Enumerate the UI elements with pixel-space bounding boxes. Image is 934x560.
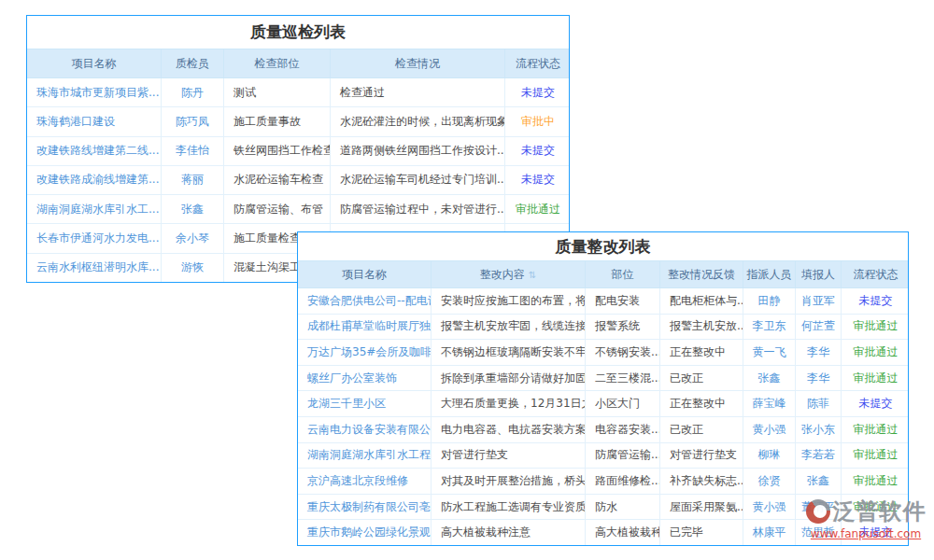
cell-feedback: 已完毕	[660, 520, 743, 545]
col-header-content[interactable]: 整改内容⇅	[432, 261, 586, 287]
cell-project[interactable]: 云南电力设备安装有限公司20...	[298, 417, 432, 442]
cell-part: 防水	[586, 495, 660, 520]
cell-reporter[interactable]: 张鑫	[796, 469, 842, 494]
col-header-location: 检查部位	[224, 49, 331, 77]
cell-project[interactable]: 重庆太极制药有限公司亳州中...	[298, 495, 432, 520]
cell-feedback: 报警主机安放...	[660, 315, 743, 340]
cell-project[interactable]: 长春市伊通河水力发电...	[27, 224, 162, 252]
cell-content: 对其及时开展整治措施，桥头...	[432, 469, 586, 494]
cell-reporter[interactable]: 何芷萱	[796, 315, 842, 340]
cell-inspector[interactable]: 游恢	[162, 254, 224, 282]
cell-project[interactable]: 湖南洞庭湖水库引水工...	[27, 195, 162, 223]
cell-project[interactable]: 改建铁路线增建第二线...	[27, 137, 162, 165]
table-row: 改建铁路成渝线增建第...蒋丽水泥砼运输车检查水泥砼运输车司机经过专门培训...…	[27, 166, 569, 195]
cell-project[interactable]: 万达广场35#会所及咖啡厅空...	[298, 340, 432, 365]
cell-assignee[interactable]: 李卫东	[743, 315, 796, 340]
cell-part: 电容器安装...	[586, 417, 660, 442]
cell-feedback: 屋面采用聚氨...	[660, 495, 743, 520]
cell-part: 报警系统	[586, 315, 660, 340]
cell-reporter[interactable]: 陈菲	[796, 391, 842, 416]
cell-assignee[interactable]: 黄一飞	[743, 340, 796, 365]
cell-inspector[interactable]: 李佳怡	[162, 137, 224, 165]
fanpu-logo-icon	[806, 499, 830, 524]
cell-project[interactable]: 龙湖三千里小区	[298, 391, 432, 416]
cell-location: 水泥砼运输车检查	[224, 166, 331, 194]
cell-content: 报警主机安放牢固，线缆连接...	[432, 315, 586, 340]
cell-reporter[interactable]: 李华	[796, 366, 842, 391]
cell-assignee[interactable]: 林康平	[743, 520, 796, 545]
cell-part: 防腐管运输...	[586, 443, 660, 469]
cell-assignee[interactable]: 田静	[743, 288, 796, 314]
cell-situation: 防腐管运输过程中，未对管进行...	[331, 195, 505, 223]
cell-status: 审批通过	[842, 366, 910, 391]
cell-assignee[interactable]: 黄小强	[743, 417, 796, 442]
table-row: 湖南洞庭湖水库引水工...张鑫防腐管运输、布管防腐管运输过程中，未对管进行...…	[27, 195, 569, 224]
col-header-feedback: 整改情况反馈	[660, 261, 743, 287]
cell-status: 未提交	[505, 78, 571, 106]
cell-reporter[interactable]: 肖亚军	[796, 288, 842, 314]
cell-reporter[interactable]: 李若若	[796, 443, 842, 469]
table-row: 改建铁路线增建第二线...李佳怡铁丝网围挡工作检查道路两侧铁丝网围挡工作按设计.…	[27, 137, 569, 166]
col-header-project: 项目名称	[298, 261, 432, 287]
table-row: 万达广场35#会所及咖啡厅空...不锈钢边框玻璃隔断安装不牢...不锈钢安装..…	[298, 340, 908, 366]
cell-project[interactable]: 京沪高速北京段维修	[298, 469, 432, 494]
cell-content: 电力电容器、电抗器安装方案,...	[432, 417, 586, 442]
cell-reporter[interactable]: 李华	[796, 340, 842, 365]
cell-part: 不锈钢安装...	[586, 340, 660, 365]
cell-project[interactable]: 云南水利枢纽潜明水库...	[27, 254, 162, 282]
cell-project[interactable]: 珠海鹤港口建设	[27, 107, 162, 135]
col-header-part: 部位	[586, 261, 660, 287]
cell-part: 二至三楼混...	[586, 366, 660, 391]
cell-assignee[interactable]: 薛宝峰	[743, 391, 796, 416]
inspection-table-title: 质量巡检列表	[27, 16, 569, 49]
table-row: 螺丝厂办公室装饰拆除到承重墙部分请做好加固...二至三楼混...已改正张鑫李华审…	[298, 366, 908, 392]
watermark-logo: 泛普软件 www.fanpusoft.com	[800, 497, 932, 540]
cell-inspector[interactable]: 陈巧凤	[162, 107, 224, 135]
cell-assignee[interactable]: 柳琳	[743, 443, 796, 469]
cell-situation: 水泥砼灌注的时候，出现离析现象	[331, 107, 505, 135]
cell-content: 对管进行垫支	[432, 443, 586, 469]
cell-assignee[interactable]: 张鑫	[743, 366, 796, 391]
cell-location: 铁丝网围挡工作检查	[224, 137, 331, 165]
cell-inspector[interactable]: 余小琴	[162, 224, 224, 252]
cell-situation: 水泥砼运输车司机经过专门培训...	[331, 166, 505, 194]
cell-status: 未提交	[842, 288, 910, 314]
col-header-status: 流程状态	[842, 261, 910, 287]
cell-part: 小区大门	[586, 391, 660, 416]
cell-situation: 检查通过	[331, 78, 505, 106]
cell-assignee[interactable]: 黄小强	[743, 495, 796, 520]
rectification-header-row: 项目名称整改内容⇅部位整改情况反馈指派人员填报人流程状态	[298, 261, 908, 288]
table-row: 成都杜甫草堂临时展厅独立展...报警主机安放牢固，线缆连接...报警系统报警主机…	[298, 315, 908, 341]
cell-content: 安装时应按施工图的布置，将...	[432, 288, 586, 314]
inspection-header-row: 项目名称质检员检查部位检查情况流程状态	[27, 49, 569, 78]
cell-feedback: 对管进行垫支	[660, 443, 743, 469]
cell-inspector[interactable]: 蒋丽	[162, 166, 224, 194]
cell-project[interactable]: 螺丝厂办公室装饰	[298, 366, 432, 391]
cell-content: 不锈钢边框玻璃隔断安装不牢...	[432, 340, 586, 365]
cell-inspector[interactable]: 张鑫	[162, 195, 224, 223]
cell-part: 配电安装	[586, 288, 660, 314]
cell-project[interactable]: 成都杜甫草堂临时展厅独立展...	[298, 315, 432, 340]
cell-project[interactable]: 改建铁路成渝线增建第...	[27, 166, 162, 194]
cell-reporter[interactable]: 张小东	[796, 417, 842, 442]
cell-project[interactable]: 安徽合肥供电公司--配电设备...	[298, 288, 432, 314]
col-header-reporter: 填报人	[796, 261, 842, 287]
cell-content: 拆除到承重墙部分请做好加固...	[432, 366, 586, 391]
cell-location: 施工质量事故	[224, 107, 331, 135]
table-row: 珠海鹤港口建设陈巧凤施工质量事故水泥砼灌注的时候，出现离析现象审批中	[27, 107, 569, 136]
cell-assignee[interactable]: 徐贤	[743, 469, 796, 494]
cell-project[interactable]: 珠海市城市更新项目紫...	[27, 78, 162, 106]
col-header-inspector: 质检员	[162, 49, 224, 77]
cell-part: 路面维修检...	[586, 469, 660, 494]
col-header-project: 项目名称	[27, 49, 162, 77]
cell-inspector[interactable]: 陈丹	[162, 78, 224, 106]
cell-content: 高大植被栽种注意	[432, 520, 586, 545]
cell-project[interactable]: 湖南洞庭湖水库引水工程施工I标	[298, 443, 432, 469]
cell-project[interactable]: 重庆市鹅岭公园绿化景观提升...	[298, 520, 432, 545]
watermark-url[interactable]: www.fanpusoft.com	[800, 527, 932, 540]
cell-status: 未提交	[505, 166, 571, 194]
table-row: 安徽合肥供电公司--配电设备...安装时应按施工图的布置，将...配电安装配电柜…	[298, 288, 908, 315]
cell-feedback: 配电柜柜体与...	[660, 288, 743, 314]
cell-location: 测试	[224, 78, 331, 106]
sort-icon[interactable]: ⇅	[529, 270, 536, 280]
